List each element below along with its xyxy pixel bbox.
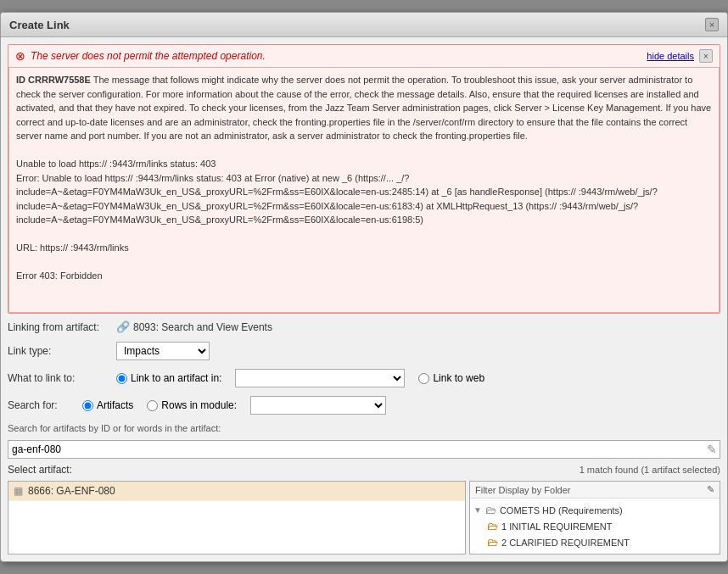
error-panel: ⊗ The server does not permit the attempt… xyxy=(8,44,720,314)
folder-tree: ▼ 🗁 COMETS HD (Requirements) 🗁 1 INITIAL… xyxy=(470,499,720,554)
artifact-display: 🔗 8093: Search and View Events xyxy=(116,320,272,333)
linking-from-row: Linking from artifact: 🔗 8093: Search an… xyxy=(8,319,720,335)
folder-panel-header: Filter Display by Folder ✎ xyxy=(470,482,720,499)
folder-panel-icon: ✎ xyxy=(707,484,714,495)
radio-artifact-label: Link to an artifact in: xyxy=(131,372,221,384)
error-details-panel: ID CRRRW7558E The message that follows m… xyxy=(8,67,720,313)
list-item[interactable]: 🗁 1 INITIAL REQUIREMENT xyxy=(473,518,716,534)
search-input[interactable] xyxy=(8,440,720,459)
folder-1-icon: 🗁 xyxy=(487,520,498,532)
link-type-row: Link type: Impacts Is Impacted By Derive… xyxy=(8,340,720,362)
list-item[interactable]: 🗁 2 CLARIFIED REQUIREMENT xyxy=(473,534,716,550)
link-type-select[interactable]: Impacts Is Impacted By Derives Is Derive… xyxy=(116,342,210,360)
folder-panel: Filter Display by Folder ✎ ▼ 🗁 COMETS HD… xyxy=(469,481,720,554)
radio-web-label: Link to web xyxy=(433,372,484,384)
folder-2-icon: 🗁 xyxy=(487,536,498,549)
search-for-row: Search for: Artifacts Rows in module: xyxy=(8,394,720,416)
what-to-link-label: What to link to: xyxy=(8,372,109,384)
error-dismiss-button[interactable]: × xyxy=(699,49,713,63)
artifact-item-text: 8666: GA-ENF-080 xyxy=(28,485,115,497)
search-for-radio-group: Artifacts Rows in module: xyxy=(82,396,386,415)
what-to-link-radio-group: Link to an artifact in: Link to web xyxy=(116,369,484,387)
dialog-body: ⊗ The server does not permit the attempt… xyxy=(1,37,727,561)
radio-artifact-item: Link to an artifact in: xyxy=(116,372,221,384)
error-url: URL: https:// :9443/rm/links xyxy=(16,241,712,255)
radio-web-item: Link to web xyxy=(418,372,484,384)
select-artifact-row: Select artifact: 1 match found (1 artifa… xyxy=(8,464,720,476)
error-header: ⊗ The server does not permit the attempt… xyxy=(8,45,720,67)
artifact-name: 8093: Search and View Events xyxy=(133,321,272,333)
folder-root-name: COMETS HD (Requirements) xyxy=(500,505,623,515)
module-select[interactable] xyxy=(250,396,386,415)
folder-root-icon: 🗁 xyxy=(485,504,496,516)
artifact-link-icon: 🔗 xyxy=(116,320,130,333)
radio-artifacts-item: Artifacts xyxy=(82,399,133,411)
linking-from-label: Linking from artifact: xyxy=(8,321,109,333)
radio-artifacts-label: Artifacts xyxy=(97,399,133,411)
hide-details-link[interactable]: hide details xyxy=(647,51,694,61)
error-line2: Error: Unable to load https:// :9443/rm/… xyxy=(16,171,712,227)
dialog-titlebar: Create Link × xyxy=(1,13,727,37)
error-message: The server does not permit the attempted… xyxy=(31,50,641,62)
error-icon: ⊗ xyxy=(15,49,25,63)
dialog-title: Create Link xyxy=(9,19,70,31)
what-to-link-row: What to link to: Link to an artifact in:… xyxy=(8,367,720,389)
error-details-content: ID CRRRW7558E The message that follows m… xyxy=(9,68,719,312)
table-row[interactable]: ▦ 8666: GA-ENF-080 xyxy=(8,482,465,501)
radio-rows-item: Rows in module: xyxy=(147,399,237,411)
link-type-label: Link type: xyxy=(8,345,109,357)
match-count: 1 match found (1 artifact selected) xyxy=(580,465,720,475)
artifact-list[interactable]: ▦ 8666: GA-ENF-080 xyxy=(8,481,466,554)
search-input-container: ✎ xyxy=(8,440,720,459)
search-for-label: Search for: xyxy=(8,399,76,411)
project-dropdown[interactable] xyxy=(235,369,405,387)
folder-collapse-icon: ▼ xyxy=(473,505,482,515)
dialog-close-button[interactable]: × xyxy=(705,18,719,31)
radio-artifact-input[interactable] xyxy=(116,373,127,384)
error-id: ID CRRRW7558E xyxy=(16,75,91,85)
folder-panel-label: Filter Display by Folder xyxy=(475,485,570,495)
error-line1: Unable to load https:// :9443/rm/links s… xyxy=(16,157,712,171)
radio-rows-label: Rows in module: xyxy=(161,399,237,411)
radio-artifacts-input[interactable] xyxy=(82,400,93,411)
list-item[interactable]: ▼ 🗁 COMETS HD (Requirements) xyxy=(473,502,716,518)
search-clear-button[interactable]: ✎ xyxy=(707,443,717,456)
artifact-list-container: ▦ 8666: GA-ENF-080 Filter Display by Fol… xyxy=(8,481,720,554)
error-details-body: The message that follows might indicate … xyxy=(16,75,711,141)
search-description: Search for artifacts by ID or for words … xyxy=(8,421,720,435)
radio-rows-input[interactable] xyxy=(147,400,158,411)
select-artifact-label: Select artifact: xyxy=(8,464,72,476)
error-more: Error 403: Forbidden xyxy=(16,269,712,283)
create-link-dialog: Create Link × ⊗ The server does not perm… xyxy=(0,12,728,562)
folder-2-name: 2 CLARIFIED REQUIREMENT xyxy=(501,538,630,548)
radio-web-input[interactable] xyxy=(418,373,429,384)
folder-1-name: 1 INITIAL REQUIREMENT xyxy=(501,521,612,532)
artifact-item-icon: ▦ xyxy=(14,485,23,497)
